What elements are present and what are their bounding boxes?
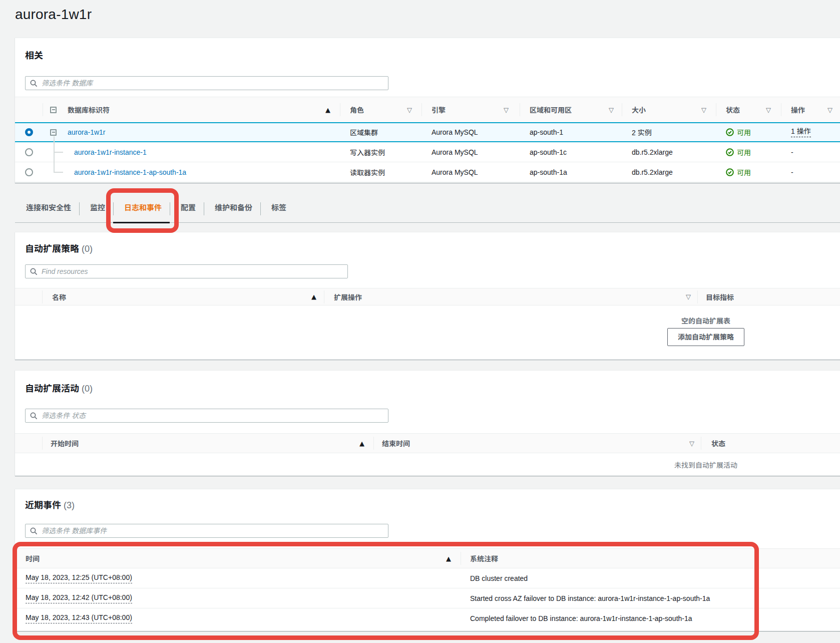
events-table-header: 时间 ▲ 系统注释 [15, 548, 840, 568]
status-available-icon [726, 148, 734, 156]
related-databases-panel: 相关 数据库标识符 ▲ 角色 ▽ 引擎 ▽ [15, 38, 840, 183]
row-select-cell[interactable] [15, 142, 43, 162]
policies-count: (0) [82, 244, 93, 254]
empty-state-text: 未找到自动扩展活动 [15, 460, 840, 470]
tree-guide-elbow [54, 152, 63, 153]
cell-action: - [781, 142, 838, 162]
cell-size: 2 实例 [622, 123, 716, 141]
events-filter-box [25, 524, 388, 538]
policies-table-header: 名称 ▲ 扩展操作 ▽ 目标指标 [15, 288, 840, 305]
event-row[interactable]: May 18, 2023, 12:42 (UTC+08:00) Started … [15, 588, 840, 608]
row-select-cell[interactable] [15, 123, 43, 141]
column-header-region-az[interactable]: 区域和可用区 ▽ [520, 97, 622, 122]
policies-filter-input[interactable] [42, 265, 347, 277]
filter-caret-icon[interactable]: ▽ [689, 440, 694, 447]
auto-scaling-policies-panel: 自动扩展策略 (0) 名称 ▲ 扩展操作 ▽ 目标指标 空 [15, 232, 840, 360]
cell-action: 1 操作 [781, 123, 838, 141]
related-filter-input[interactable] [42, 77, 388, 89]
event-time[interactable]: May 18, 2023, 12:43 (UTC+08:00) [26, 613, 132, 623]
column-header-name[interactable]: 名称 ▲ [42, 288, 324, 305]
column-header-system-notes[interactable]: 系统注释 [461, 549, 840, 568]
header-selection-cell [15, 434, 42, 453]
tab-configuration[interactable]: 配置 [170, 195, 204, 223]
column-header-engine[interactable]: 引擎 ▽ [422, 97, 520, 122]
policies-panel-heading: 自动扩展策略 (0) [25, 243, 93, 255]
column-header-end-time[interactable]: 结束时间 ▽ [373, 434, 701, 453]
tab-maintenance-backups[interactable]: 维护和备份 [204, 195, 260, 223]
filter-caret-icon[interactable]: ▽ [686, 293, 691, 300]
column-header-target-metric[interactable]: 目标指标 [697, 288, 840, 305]
radio-unselected-icon[interactable] [25, 168, 33, 176]
cell-region-az: ap-south-1 [520, 123, 622, 141]
tab-monitoring[interactable]: 监控 [79, 195, 113, 223]
cell-status: 可用 [716, 123, 781, 141]
sort-ascending-icon[interactable]: ▲ [325, 107, 330, 113]
cell-size: db.r5.2xlarge [622, 142, 716, 162]
event-note: Completed failover to DB instance: auror… [461, 608, 840, 628]
db-instance-link[interactable]: aurora-1w1r-instance-1 [74, 148, 147, 156]
filter-caret-icon[interactable]: ▽ [407, 107, 412, 113]
tab-connectivity-security[interactable]: 连接和安全性 [15, 195, 79, 223]
radio-selected-icon[interactable] [25, 128, 33, 136]
column-header-start-time[interactable]: 开始时间 ▲ [42, 434, 373, 453]
cell-identifier: aurora-1w1r [43, 123, 340, 141]
sort-ascending-icon[interactable]: ▲ [311, 293, 316, 300]
table-row-cluster[interactable]: aurora-1w1r 区域集群 Aurora MySQL ap-south-1… [15, 122, 840, 142]
collapse-all-icon[interactable] [50, 107, 57, 113]
page-title: aurora-1w1r [15, 6, 92, 24]
column-header-status[interactable]: 状态 [701, 434, 840, 453]
activities-empty-state: 未找到自动扩展活动 [15, 453, 840, 470]
rds-database-detail-page: aurora-1w1r 相关 数据库标识符 ▲ 角色 ▽ 引擎 [0, 0, 840, 643]
actions-dropdown[interactable]: 1 操作 [791, 127, 811, 137]
event-time[interactable]: May 18, 2023, 12:25 (UTC+08:00) [26, 573, 132, 583]
column-header-size[interactable]: 大小 ▽ [622, 97, 716, 122]
filter-caret-icon[interactable]: ▽ [827, 107, 832, 113]
cell-engine: Aurora MySQL [422, 162, 520, 182]
db-instance-link[interactable]: aurora-1w1r-instance-1-ap-south-1a [74, 168, 186, 176]
cell-identifier: aurora-1w1r-instance-1 [43, 142, 340, 162]
search-icon [30, 412, 38, 420]
cell-status: 可用 [716, 142, 781, 162]
column-header-scaling-action[interactable]: 扩展操作 ▽ [324, 288, 697, 305]
cell-action: - [781, 162, 838, 182]
column-header-time[interactable]: 时间 ▲ [15, 549, 461, 568]
column-header-role[interactable]: 角色 ▽ [340, 97, 422, 122]
add-auto-scaling-policy-button[interactable]: 添加自动扩展策略 [667, 328, 744, 346]
tab-tags[interactable]: 标签 [260, 195, 294, 223]
tab-logs-events[interactable]: 日志和事件 [113, 195, 170, 223]
filter-caret-icon[interactable]: ▽ [504, 107, 509, 113]
db-cluster-link[interactable]: aurora-1w1r [68, 128, 105, 136]
events-panel-heading: 近期事件 (3) [25, 499, 75, 511]
filter-caret-icon[interactable]: ▽ [766, 107, 771, 113]
events-count: (3) [64, 500, 75, 510]
events-filter-input[interactable] [42, 525, 388, 537]
filter-caret-icon[interactable]: ▽ [701, 107, 706, 113]
detail-tabs: 连接和安全性 监控 日志和事件 配置 维护和备份 标签 [15, 195, 840, 223]
table-row-reader-instance[interactable]: aurora-1w1r-instance-1-ap-south-1a 读取器实例… [15, 162, 840, 182]
auto-scaling-activities-table: 开始时间 ▲ 结束时间 ▽ 状态 未找到自动扩展活动 [15, 433, 840, 470]
search-icon [30, 268, 38, 275]
column-header-status[interactable]: 状态 ▽ [716, 97, 781, 122]
cell-status: 可用 [716, 162, 781, 182]
collapse-row-icon[interactable] [50, 129, 57, 136]
event-row[interactable]: May 18, 2023, 12:25 (UTC+08:00) DB clust… [15, 568, 840, 588]
cell-role: 区域集群 [340, 123, 422, 141]
sort-ascending-icon[interactable]: ▲ [359, 440, 364, 447]
cell-role: 写入器实例 [340, 142, 422, 162]
radio-unselected-icon[interactable] [25, 148, 33, 156]
table-row-writer-instance[interactable]: aurora-1w1r-instance-1 写入器实例 Aurora MySQ… [15, 142, 840, 162]
event-time[interactable]: May 18, 2023, 12:42 (UTC+08:00) [26, 593, 132, 603]
auto-scaling-activities-panel: 自动扩展活动 (0) 开始时间 ▲ 结束时间 ▽ 状态 未 [15, 370, 840, 476]
column-header-action[interactable]: 操作 ▽ [781, 97, 838, 122]
activities-filter-input[interactable] [42, 410, 388, 422]
column-header-identifier[interactable]: 数据库标识符 ▲ [43, 97, 340, 122]
event-row[interactable]: May 18, 2023, 12:43 (UTC+08:00) Complete… [15, 608, 840, 628]
search-icon [30, 80, 38, 87]
related-databases-table: 数据库标识符 ▲ 角色 ▽ 引擎 ▽ 区域和可用区 ▽ 大小 ▽ [15, 97, 840, 182]
row-select-cell[interactable] [15, 162, 43, 182]
sort-ascending-icon[interactable]: ▲ [446, 555, 451, 562]
filter-caret-icon[interactable]: ▽ [609, 107, 614, 113]
recent-events-panel: 近期事件 (3) 时间 ▲ 系统注释 May 18, 2023, 12:25 (… [15, 489, 840, 631]
auto-scaling-policies-table: 名称 ▲ 扩展操作 ▽ 目标指标 空的自动扩展表 添加自动扩展策略 [15, 288, 840, 346]
cell-region-az: ap-south-1c [520, 142, 622, 162]
